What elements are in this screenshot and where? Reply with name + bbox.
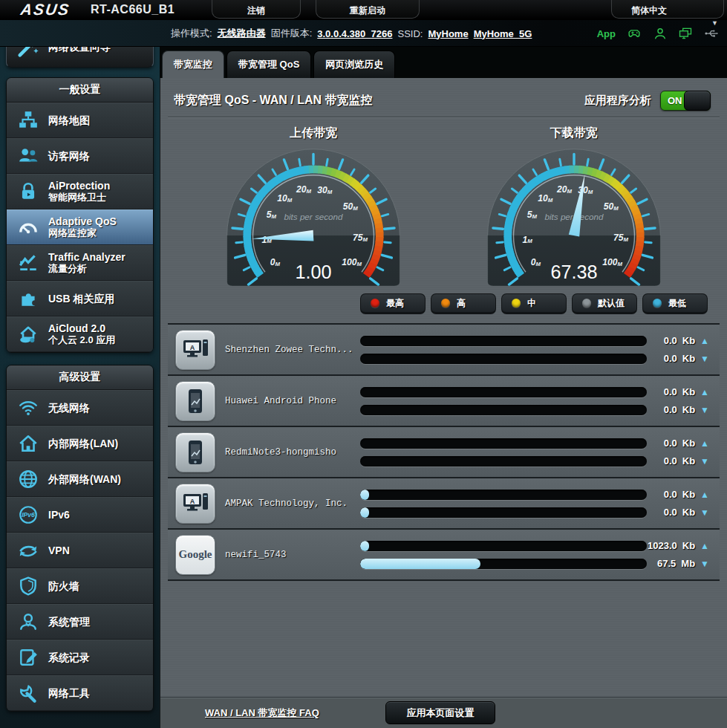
op-mode-link[interactable]: 无线路由器 [218, 27, 266, 40]
sidebar-item-wan[interactable]: 外部网络(WAN) [7, 461, 153, 497]
download-value: 0.0 [664, 507, 677, 518]
wrench-icon [16, 683, 40, 703]
download-value: 0.0 [664, 404, 677, 415]
upload-gauge: 上传带宽 0M1M5M10M20M30M50M75M100Mbits per s… [202, 123, 425, 286]
network-map-icon [16, 110, 40, 131]
upload-arrow-icon: ▲ [700, 439, 709, 448]
sidebar-item-label: 内部网络(LAN) [48, 438, 118, 449]
svg-text:IPv6: IPv6 [22, 511, 35, 519]
svg-text:A: A [190, 343, 195, 351]
sidebar-item-system-admin[interactable]: 系统管理 [7, 604, 153, 640]
tab-bandwidth-monitor[interactable]: 带宽监控 [162, 51, 224, 78]
device-name: RedmiNote3-hongmisho [225, 447, 360, 458]
phone-icon [175, 381, 215, 421]
upload-bar [360, 490, 647, 500]
upload-gauge-title: 上传带宽 [202, 126, 425, 141]
yellow-dot-icon [512, 299, 521, 308]
main-content: 带宽监控 带宽管理 QoS 网页浏览历史 带宽管理 QoS - WAN / LA… [160, 47, 727, 728]
usb-icon[interactable] [703, 26, 720, 41]
gray-dot-icon [582, 299, 591, 308]
firmware-link[interactable]: 3.0.0.4.380_7266 [317, 28, 392, 39]
download-gauge-title: 下载带宽 [463, 126, 685, 141]
legend-default-button[interactable]: 默认值 [572, 293, 637, 314]
reboot-button[interactable]: 重新启动 [316, 0, 420, 19]
sidebar-item-wireless[interactable]: 无线网络 [7, 390, 153, 426]
devices-icon[interactable] [677, 26, 694, 41]
sidebar-item-aicloud[interactable]: AiCloud 2.0个人云 2.0 应用 [7, 316, 153, 352]
svg-text:1.00: 1.00 [296, 261, 332, 282]
sidebar-item-network-map[interactable]: 网络地图 [7, 103, 153, 138]
apply-button[interactable]: 应用本页面设置 [385, 701, 495, 724]
priority-legend: 最高 高 中 默认值 最低 [160, 293, 708, 314]
device-row: RedmiNote3-hongmisho 0.0Kb▲ 0.0Kb▼ [168, 427, 720, 478]
sidebar-item-label: 防火墙 [48, 580, 79, 592]
top-bar: ASUS RT-AC66U_B1 注销 重新启动 简体中文 ▼ [0, 0, 727, 20]
tab-web-history[interactable]: 网页浏览历史 [313, 51, 395, 78]
download-arrow-icon: ▼ [700, 406, 709, 415]
upload-bar [360, 541, 647, 551]
upload-arrow-icon: ▲ [700, 542, 709, 550]
guest-network-icon [16, 146, 40, 166]
sidebar-item-adaptive-qos[interactable]: Adaptive QoS网络监控家 [7, 209, 153, 245]
shield-icon [16, 576, 40, 597]
app-link[interactable]: App [597, 28, 616, 39]
sidebar-item-label: AiProtection智能网络卫士 [48, 180, 110, 204]
home-icon [16, 433, 40, 454]
upload-bar [360, 438, 647, 449]
sidebar-item-firewall[interactable]: 防火墙 [7, 568, 153, 604]
legend-high-button[interactable]: 高 [431, 293, 496, 314]
download-value: 67.5 [657, 558, 676, 569]
logout-button[interactable]: 注销 [212, 0, 301, 19]
qos-panel: 带宽管理 QoS - WAN / LAN 带宽监控 应用程序分析 ON 上传带宽… [160, 78, 727, 728]
legend-lowest-button[interactable]: 最低 [642, 293, 708, 314]
asus-logo: ASUS [19, 1, 71, 19]
sidebar-item-ipv6[interactable]: IPv6 IPv6 [7, 497, 153, 533]
sidebar-item-label: 网络工具 [48, 687, 90, 699]
admin-user-icon [16, 611, 40, 632]
upload-bar [360, 336, 647, 346]
sidebar-item-traffic-analyzer[interactable]: Traffic Analyzer流量分析 [7, 245, 153, 281]
tab-strip: 带宽监控 带宽管理 QoS 网页浏览历史 [160, 47, 727, 78]
device-name: newifi_5743 [225, 550, 360, 560]
ssid-primary-link[interactable]: MyHome [428, 28, 468, 39]
upload-value: 0.0 [664, 438, 677, 449]
router-model: RT-AC66U_B1 [91, 3, 175, 16]
sidebar-item-label: 系统记录 [48, 651, 90, 663]
sidebar-item-network-tools[interactable]: 网络工具 [7, 675, 153, 711]
device-name: Huawei Android Phone [225, 396, 360, 406]
sidebar-section-title: 一般设置 [7, 78, 153, 103]
tab-qos[interactable]: 带宽管理 QoS [226, 51, 311, 78]
sidebar-item-vpn[interactable]: VPN [7, 533, 153, 568]
app-analysis-toggle[interactable]: ON [660, 91, 711, 111]
language-dropdown[interactable]: 简体中文 [611, 0, 724, 19]
vpn-icon [16, 540, 40, 561]
legend-highest-button[interactable]: 最高 [360, 293, 426, 314]
google-icon: Google [175, 535, 215, 575]
legend-medium-button[interactable]: 中 [501, 293, 567, 314]
divider [168, 117, 720, 118]
faq-link[interactable]: WAN / LAN 带宽监控 FAQ [205, 706, 319, 720]
download-gauge-dial: 0M1M5M10M20M30M50M75M100Mbits per second… [463, 143, 685, 286]
sidebar-item-label: VPN [48, 545, 70, 556]
device-name: Shenzhen Zowee Techn... [225, 345, 360, 355]
sidebar-item-label: 外部网络(WAN) [48, 473, 121, 485]
toggle-knob [684, 91, 711, 111]
svg-text:A: A [190, 497, 195, 504]
sidebar-item-label: Traffic Analyzer流量分析 [48, 251, 125, 275]
sidebar-item-system-log[interactable]: 系统记录 [7, 640, 153, 675]
sidebar-item-aiprotection[interactable]: AiProtection智能网络卫士 [7, 174, 153, 209]
sidebar-item-guest-network[interactable]: 访客网络 [7, 138, 153, 174]
globe-icon [16, 469, 40, 490]
download-bar [360, 559, 647, 569]
user-icon[interactable] [653, 26, 668, 41]
sidebar-section-title: 高级设置 [7, 365, 153, 390]
wifi-icon [16, 397, 40, 418]
ssid-secondary-link[interactable]: MyHome_5G [474, 28, 532, 39]
sidebar-item-usb-apps[interactable]: USB 相关应用 [7, 281, 153, 316]
sidebar-item-label: USB 相关应用 [48, 293, 114, 305]
game-controller-icon[interactable] [625, 26, 643, 41]
upload-value: 1023.0 [648, 540, 677, 551]
sidebar-advanced-section: 高级设置 无线网络 内部网络(LAN) 外部网络(WAN) IPv6 IPv6 … [6, 365, 154, 712]
sidebar-item-lan[interactable]: 内部网络(LAN) [7, 426, 153, 461]
page-title: 带宽管理 QoS - WAN / LAN 带宽监控 [174, 93, 373, 108]
